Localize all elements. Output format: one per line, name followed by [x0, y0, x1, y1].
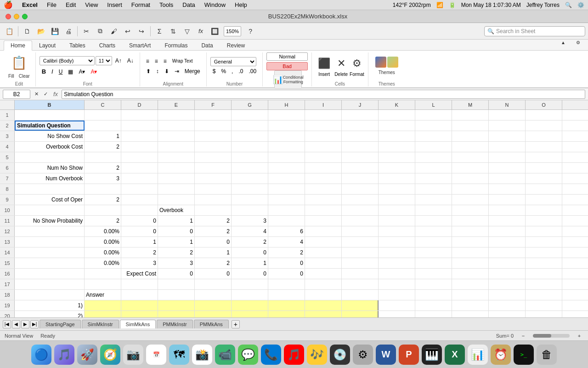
cell-m5[interactable] — [452, 152, 489, 162]
cell-i10[interactable] — [305, 205, 342, 215]
cell-k18[interactable] — [379, 290, 415, 300]
border-button[interactable]: ▦ — [66, 68, 75, 76]
align-right-button[interactable]: ≡ — [161, 57, 169, 65]
cell-o6[interactable] — [526, 163, 562, 173]
cell-n19[interactable] — [489, 300, 526, 310]
tab-home[interactable]: Home — [4, 40, 32, 51]
col-header-h[interactable]: H — [268, 100, 305, 109]
cell-m8[interactable] — [452, 184, 489, 194]
cell-k3[interactable] — [379, 131, 415, 141]
cell-f15[interactable]: 2 — [195, 258, 232, 268]
sheet-tab-pmmkinstr[interactable]: PMMkInstr — [157, 320, 193, 328]
align-top-button[interactable]: ⬆ — [144, 67, 153, 75]
comma-button[interactable]: , — [229, 67, 235, 75]
cell-e10[interactable]: Overbook — [158, 205, 195, 215]
fill-color-button[interactable]: A▾ — [76, 68, 87, 76]
cut-button[interactable]: ✂ — [80, 25, 93, 38]
cell-e19[interactable] — [158, 300, 195, 310]
sheet-tab-simmkinstr[interactable]: SimMkInstr — [82, 320, 119, 328]
cell-i7[interactable] — [305, 173, 342, 184]
cell-e7[interactable] — [158, 173, 195, 184]
cell-n10[interactable] — [489, 205, 526, 215]
cell-f19[interactable] — [195, 300, 232, 310]
cell-e8[interactable] — [158, 184, 195, 194]
cell-h20[interactable] — [268, 311, 305, 317]
cell-d2[interactable] — [121, 121, 158, 131]
cell-f9[interactable] — [195, 195, 232, 205]
italic-button[interactable]: I — [49, 67, 56, 76]
col-header-g[interactable]: G — [232, 100, 268, 109]
col-header-c[interactable]: C — [85, 100, 121, 109]
dock-powerpoint[interactable]: P — [399, 345, 419, 365]
cell-h10[interactable] — [268, 205, 305, 215]
cell-k13[interactable] — [379, 237, 415, 247]
cell-f2[interactable] — [195, 121, 232, 131]
cell-b20[interactable]: 2) — [15, 311, 85, 317]
dock-iphoto[interactable]: 📷 — [123, 345, 143, 365]
cell-l8[interactable] — [415, 184, 452, 194]
cell-o16[interactable] — [526, 269, 562, 279]
format-painter-button[interactable]: 🖌 — [107, 25, 120, 38]
cell-i11[interactable] — [305, 216, 342, 226]
cell-n3[interactable] — [489, 131, 526, 141]
cell-f1[interactable] — [195, 110, 232, 120]
cell-e9[interactable] — [158, 195, 195, 205]
cell-m15[interactable] — [452, 258, 489, 268]
dock-facetime[interactable]: 📹 — [215, 345, 235, 365]
paste-button[interactable]: 📋 — [3, 25, 16, 38]
cell-g15[interactable]: 1 — [232, 258, 268, 268]
cell-e12[interactable]: 0 — [158, 226, 195, 236]
tab-first-button[interactable]: |◀ — [3, 320, 11, 328]
cell-g3[interactable] — [232, 131, 268, 141]
tab-tables[interactable]: Tables — [62, 40, 92, 50]
cell-e4[interactable] — [158, 142, 195, 152]
cell-j10[interactable] — [342, 205, 379, 215]
cell-h7[interactable] — [268, 173, 305, 184]
cell-i9[interactable] — [305, 195, 342, 205]
cell-k17[interactable] — [379, 279, 415, 289]
tab-layout[interactable]: Layout — [32, 40, 62, 50]
cell-m19[interactable] — [452, 300, 489, 310]
col-header-o[interactable]: O — [526, 100, 562, 109]
cell-c3[interactable]: 1 — [85, 131, 121, 141]
cell-m16[interactable] — [452, 269, 489, 279]
cell-c12[interactable]: 0.00% — [85, 226, 121, 236]
cell-l10[interactable] — [415, 205, 452, 215]
cell-e17[interactable] — [158, 279, 195, 289]
cell-f11[interactable]: 2 — [195, 216, 232, 226]
row-num-14[interactable]: 14 — [0, 247, 15, 258]
row-num-3[interactable]: 3 — [0, 131, 15, 141]
cell-o8[interactable] — [526, 184, 562, 194]
cell-c1[interactable] — [85, 110, 121, 120]
cell-c20[interactable] — [85, 311, 121, 317]
col-header-f[interactable]: F — [195, 100, 232, 109]
tab-formulas[interactable]: Formulas — [158, 40, 194, 50]
format-normal-style[interactable]: Normal — [266, 52, 308, 61]
cell-h16[interactable]: 0 — [268, 269, 305, 279]
cell-e14[interactable]: 2 — [158, 247, 195, 258]
cell-d9[interactable] — [121, 195, 158, 205]
cell-n4[interactable] — [489, 142, 526, 152]
cell-g8[interactable] — [232, 184, 268, 194]
cell-i16[interactable] — [305, 269, 342, 279]
cell-k2[interactable] — [379, 121, 415, 131]
cell-reference-box[interactable] — [3, 90, 30, 99]
cell-d15[interactable]: 3 — [121, 258, 158, 268]
cell-k20[interactable] — [379, 311, 415, 317]
cell-e20[interactable] — [158, 311, 195, 317]
zoom-out-button[interactable]: − — [519, 332, 527, 340]
cell-k9[interactable] — [379, 195, 415, 205]
row-num-20[interactable]: 20 — [0, 311, 15, 317]
tab-smartart[interactable]: SmartArt — [122, 40, 158, 50]
font-color-button[interactable]: A▾ — [88, 68, 99, 76]
cell-k15[interactable] — [379, 258, 415, 268]
col-header-b[interactable]: B — [15, 100, 85, 109]
save-button[interactable]: 💾 — [48, 25, 61, 38]
cell-k19[interactable] — [379, 300, 415, 310]
cell-l20[interactable] — [415, 311, 452, 317]
cell-c13[interactable]: 0.00% — [85, 237, 121, 247]
themes-button[interactable]: Themes — [376, 69, 397, 76]
formula-input[interactable] — [62, 90, 585, 99]
redo-button[interactable]: ↪ — [135, 25, 148, 38]
confirm-formula-button[interactable]: ✓ — [41, 90, 50, 98]
